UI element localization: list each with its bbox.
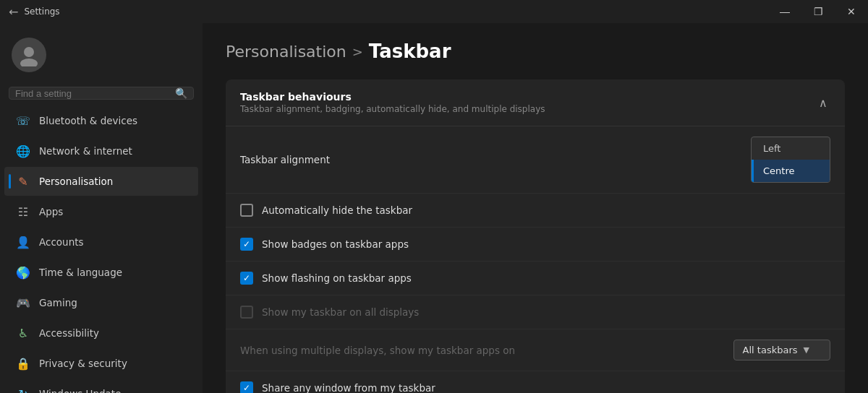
share-window-checkbox[interactable] (240, 381, 253, 393)
section-header: Taskbar behaviours Taskbar alignment, ba… (226, 79, 845, 126)
dropdown-arrow-icon: ▼ (804, 345, 809, 355)
multi-display-value: All taskbars (743, 345, 798, 355)
all-displays-label: Show my taskbar on all displays (262, 306, 419, 318)
nav-item[interactable]: ☏ Bluetooth & devices (4, 106, 198, 135)
autohide-checkbox[interactable] (240, 204, 253, 217)
setting-row-left: Share any window from my taskbar (240, 381, 830, 393)
search-box[interactable]: 🔍 (9, 87, 194, 100)
nav-label-update: Windows Update (39, 388, 121, 393)
title-bar-left: ← Settings (9, 5, 60, 19)
alignment-option-left[interactable]: Left (752, 137, 830, 160)
nav-label-network: Network & internet (39, 145, 132, 157)
autohide-label: Automatically hide the taskbar (262, 204, 412, 216)
avatar[interactable] (12, 38, 46, 72)
title-bar-controls: — ❐ ✕ (768, 0, 868, 23)
share-window-label: Share any window from my taskbar (262, 382, 435, 393)
nav-item[interactable]: 🌎 Time & language (4, 258, 198, 287)
setting-row-left: Automatically hide the taskbar (240, 204, 830, 217)
multi-display-dropdown[interactable]: All taskbars ▼ (733, 340, 830, 360)
time-icon: 🌎 (16, 265, 30, 280)
setting-row-left: Show my taskbar on all displays (240, 306, 830, 319)
app-layout: 🔍 ☏ Bluetooth & devices 🌐 Network & inte… (0, 23, 868, 393)
title-bar: ← Settings — ❐ ✕ (0, 0, 868, 23)
setting-row-flashing: Show flashing on taskbar apps (226, 262, 845, 295)
search-icon: 🔍 (175, 87, 187, 99)
setting-row-all-displays: Show my taskbar on all displays (226, 295, 845, 329)
alignment-label: Taskbar alignment (240, 154, 330, 165)
taskbar-behaviours-section: Taskbar behaviours Taskbar alignment, ba… (226, 79, 845, 393)
network-icon: 🌐 (16, 144, 30, 158)
setting-row-alignment: Taskbar alignment Left Centre (226, 126, 845, 194)
sidebar: 🔍 ☏ Bluetooth & devices 🌐 Network & inte… (0, 23, 203, 393)
nav-item[interactable]: ☷ Apps (4, 197, 198, 226)
setting-row-badges: Show badges on taskbar apps (226, 228, 845, 262)
breadcrumb-parent[interactable]: Personalisation (226, 43, 346, 61)
section-subtitle: Taskbar alignment, badging, automaticall… (240, 104, 545, 114)
nav-label-apps: Apps (39, 206, 63, 217)
nav-label-personalisation: Personalisation (39, 176, 113, 187)
back-button[interactable]: ← (9, 5, 18, 19)
alignment-dropdown[interactable]: Left Centre (751, 137, 830, 183)
alignment-options: Left Centre (751, 137, 830, 183)
content-area: Personalisation > Taskbar Taskbar behavi… (203, 23, 868, 393)
alignment-option-centre[interactable]: Centre (752, 160, 830, 182)
setting-row-left: Show badges on taskbar apps (240, 238, 830, 251)
personalisation-icon: ✎ (16, 174, 30, 189)
setting-row-left: Taskbar alignment (240, 154, 751, 165)
search-input[interactable] (15, 88, 175, 99)
multi-display-label: When using multiple displays, show my ta… (240, 345, 515, 356)
collapse-button[interactable]: ∧ (816, 93, 830, 113)
nav-item[interactable]: 🌐 Network & internet (4, 137, 198, 165)
nav-item[interactable]: 🎮 Gaming (4, 288, 198, 317)
breadcrumb-current: Taskbar (369, 40, 451, 62)
profile-section (0, 23, 203, 84)
nav-label-privacy: Privacy & security (39, 358, 127, 369)
app-title: Settings (24, 7, 59, 17)
nav-label-time: Time & language (39, 267, 122, 278)
nav-label-accounts: Accounts (39, 236, 84, 248)
apps-icon: ☷ (16, 204, 30, 219)
setting-row-autohide: Automatically hide the taskbar (226, 194, 845, 228)
svg-point-1 (20, 59, 38, 66)
nav-label-gaming: Gaming (39, 297, 77, 308)
accessibility-icon: ♿ (16, 326, 30, 340)
breadcrumb-separator: > (352, 44, 363, 59)
badges-checkbox[interactable] (240, 238, 253, 251)
update-icon: ↻ (16, 386, 30, 393)
nav-label-bluetooth: Bluetooth & devices (39, 115, 137, 126)
setting-row-share-window: Share any window from my taskbar (226, 371, 845, 393)
setting-row-left: Show flashing on taskbar apps (240, 272, 830, 285)
nav-item[interactable]: ↻ Windows Update (4, 379, 198, 393)
nav-item[interactable]: 👤 Accounts (4, 228, 198, 256)
section-title: Taskbar behaviours (240, 91, 545, 103)
privacy-icon: 🔒 (16, 356, 30, 371)
nav-item[interactable]: ♿ Accessibility (4, 319, 198, 347)
setting-row-multi-display: When using multiple displays, show my ta… (226, 329, 845, 371)
svg-point-0 (24, 47, 34, 57)
nav-label-accessibility: Accessibility (39, 327, 99, 339)
minimize-button[interactable]: — (768, 0, 801, 23)
gaming-icon: 🎮 (16, 295, 30, 310)
nav-item[interactable]: 🔒 Privacy & security (4, 349, 198, 378)
accounts-icon: 👤 (16, 235, 30, 249)
all-displays-checkbox[interactable] (240, 306, 253, 319)
breadcrumb: Personalisation > Taskbar (226, 40, 845, 62)
close-button[interactable]: ✕ (835, 0, 868, 23)
bluetooth-icon: ☏ (16, 113, 30, 128)
section-header-left: Taskbar behaviours Taskbar alignment, ba… (240, 91, 545, 114)
maximize-button[interactable]: ❐ (801, 0, 835, 23)
flashing-label: Show flashing on taskbar apps (262, 272, 412, 284)
badges-label: Show badges on taskbar apps (262, 238, 409, 250)
setting-row-left: When using multiple displays, show my ta… (240, 345, 733, 356)
nav-item[interactable]: ✎ Personalisation (4, 167, 198, 196)
flashing-checkbox[interactable] (240, 272, 253, 285)
